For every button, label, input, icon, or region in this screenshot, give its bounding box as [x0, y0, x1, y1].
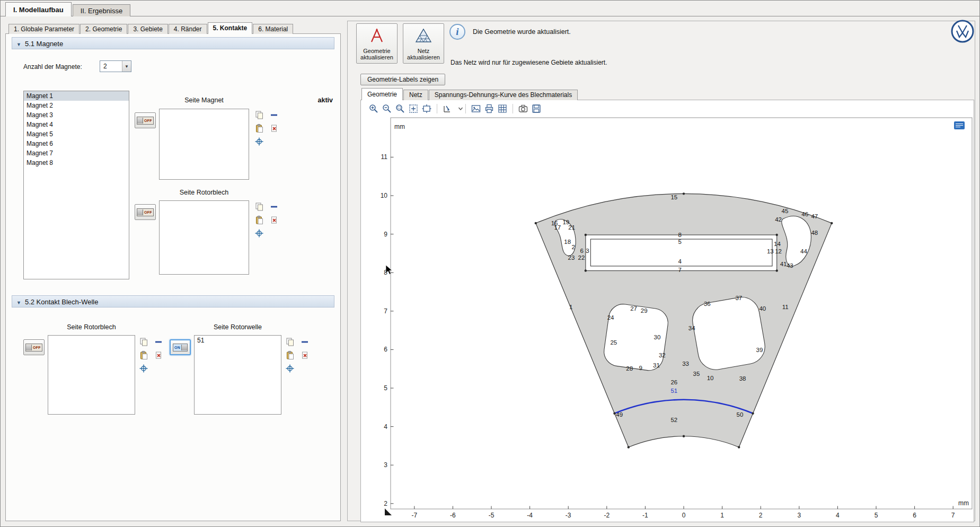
magnet-list-item[interactable]: Magnet 8	[24, 158, 129, 168]
remove-from-selection-icon[interactable]	[269, 110, 279, 120]
seite-rotorblech-toggle-button[interactable]: OFF	[135, 204, 156, 220]
left-panel-tab-5[interactable]: 5. Kontakte	[208, 22, 253, 34]
edge-label-50: 50	[737, 411, 744, 418]
magnet-list-item[interactable]: Magnet 7	[24, 148, 129, 158]
left-panel-tab-6[interactable]: 6. Material	[253, 24, 293, 34]
left-panel-tab-3[interactable]: 3. Gebiete	[128, 24, 167, 34]
seite-rotorblech-selection-list[interactable]	[159, 200, 249, 275]
y-tick-label: 6	[384, 346, 387, 353]
zoom-extents-icon[interactable]	[408, 103, 419, 114]
fit-view-icon[interactable]	[421, 103, 432, 114]
camera-icon[interactable]	[518, 103, 528, 114]
section-header-kontakt[interactable]: ▼5.2 Kontakt Blech-Welle	[12, 295, 334, 308]
kontakt-rotorblech-toggle-button[interactable]: OFF	[23, 339, 45, 355]
edge-label-3: 3	[586, 248, 589, 254]
save-image-icon[interactable]	[531, 103, 542, 114]
clear-selection-icon[interactable]	[269, 124, 279, 133]
remove-from-selection-icon[interactable]	[269, 202, 279, 212]
clear-selection-icon[interactable]	[154, 350, 163, 360]
zoom-in-icon[interactable]	[368, 103, 379, 114]
magnet-list-item[interactable]: Magnet 6	[24, 139, 129, 148]
magnet-list-item[interactable]: Magnet 3	[24, 110, 129, 120]
left-panel-tab-4[interactable]: 4. Ränder	[169, 24, 207, 34]
graphics-tab-bar: GeometrieNetzSpannungs-Dehnungs-Kurve de…	[361, 88, 578, 100]
collapse-icon[interactable]: ▼	[16, 42, 21, 47]
plot-legend-icon[interactable]	[954, 121, 965, 129]
print-icon[interactable]	[484, 103, 495, 114]
vertex-dot	[613, 412, 615, 415]
magnet-list-item[interactable]: Magnet 4	[24, 120, 129, 129]
seite-magnet-selection-list[interactable]	[159, 109, 249, 180]
vertex-dot	[831, 222, 833, 224]
edge-label-52: 52	[670, 417, 677, 423]
section-header-magnete[interactable]: ▼5.1 Magnete	[12, 37, 334, 49]
paste-selection-icon[interactable]	[254, 215, 264, 225]
zoom-to-selection-icon[interactable]	[139, 364, 148, 373]
y-tick-label: 11	[381, 153, 388, 161]
paste-selection-icon[interactable]	[139, 350, 148, 360]
left-panel-tab-2[interactable]: 2. Geometrie	[80, 24, 127, 34]
zoom-to-selection-icon[interactable]	[254, 137, 264, 146]
paste-selection-icon[interactable]	[285, 350, 295, 360]
info-icon: i	[449, 24, 465, 40]
clear-selection-icon[interactable]	[269, 215, 279, 225]
show-geometry-labels-button[interactable]: Geometrie-Labels zeigen	[360, 74, 445, 85]
kontakt-rotorblech-selection-list[interactable]	[48, 335, 135, 415]
vw-logo	[950, 19, 975, 43]
toolbar-separator	[513, 104, 513, 113]
magnet-list-item[interactable]: Magnet 2	[24, 101, 129, 110]
update-mesh-button[interactable]: Netz aktualisieren	[403, 23, 444, 64]
zoom-to-selection-icon[interactable]	[285, 364, 295, 373]
graphics-tab-2[interactable]: Netz	[403, 90, 428, 100]
remove-from-selection-icon[interactable]	[300, 337, 310, 347]
anzahl-magnete-select[interactable]: 2 ▼	[100, 60, 131, 72]
export-image-icon[interactable]	[471, 103, 481, 114]
copy-selection-icon[interactable]	[254, 202, 264, 212]
kontakt-rotorwelle-selection-list[interactable]: 51	[194, 335, 281, 415]
edge-label-33: 33	[682, 361, 689, 367]
x-tick-label: 5	[875, 512, 878, 519]
magnet-list[interactable]: Magnet 1Magnet 2Magnet 3Magnet 4Magnet 5…	[23, 91, 129, 279]
copy-selection-icon[interactable]	[139, 337, 148, 347]
y-tick-label: 5	[384, 384, 387, 392]
left-panel-tab-1[interactable]: 1. Globale Parameter	[8, 24, 80, 34]
edge-label-43: 43	[787, 262, 793, 269]
edge-label-27: 27	[630, 305, 637, 312]
grid-icon[interactable]	[497, 103, 508, 114]
edge-label-13: 13	[767, 248, 774, 254]
geometry-build-icon	[368, 27, 386, 46]
x-tick-label: 4	[836, 512, 840, 519]
edge-label-26: 26	[670, 379, 677, 385]
kontakt-rotorwelle-toggle-button[interactable]: ON	[170, 339, 191, 355]
graphics-tab-3[interactable]: Spannungs-Dehnungs-Kurve des Blechmateri…	[429, 90, 578, 100]
zoom-box-icon[interactable]	[395, 103, 405, 114]
view-orientation-icon[interactable]	[442, 103, 453, 114]
aktiv-label: aktiv	[297, 96, 333, 104]
zoom-to-selection-icon[interactable]	[254, 229, 264, 238]
seite-magnet-toggle-button[interactable]: OFF	[135, 112, 156, 128]
geometry-plot[interactable]: mm mm -7-6-5-4-3-2-101234567111098765432…	[361, 116, 974, 522]
x-tick-label: 1	[720, 512, 724, 519]
rotorwelle-selection-item[interactable]: 51	[195, 336, 281, 345]
magnet-list-item[interactable]: Magnet 5	[24, 129, 129, 139]
right-pocket[interactable]	[690, 294, 767, 372]
graphics-tab-1[interactable]: Geometrie	[361, 88, 403, 100]
zoom-out-icon[interactable]	[382, 103, 392, 114]
orientation-dropdown-chevron-icon[interactable]	[455, 103, 461, 114]
main-tab-2[interactable]: II. Ergebnisse	[73, 4, 131, 16]
edge-label-35: 35	[693, 371, 700, 377]
edge-label-24: 24	[607, 314, 614, 321]
chevron-down-icon[interactable]: ▼	[122, 61, 131, 72]
paste-selection-icon[interactable]	[254, 124, 264, 133]
magnet-list-item[interactable]: Magnet 1	[24, 91, 129, 101]
seite-rotorblech-label: Seite Rotorblech	[159, 189, 249, 196]
update-geometry-button[interactable]: Geometrie aktualisieren	[356, 23, 398, 64]
remove-from-selection-icon[interactable]	[154, 337, 163, 347]
collapse-icon[interactable]: ▼	[16, 300, 21, 305]
edge-label-22: 22	[578, 254, 585, 261]
clear-selection-icon[interactable]	[300, 350, 310, 360]
x-tick-label: 7	[951, 512, 955, 519]
main-tab-1[interactable]: I. Modellaufbau	[5, 2, 72, 16]
copy-selection-icon[interactable]	[285, 337, 295, 347]
copy-selection-icon[interactable]	[254, 110, 264, 120]
